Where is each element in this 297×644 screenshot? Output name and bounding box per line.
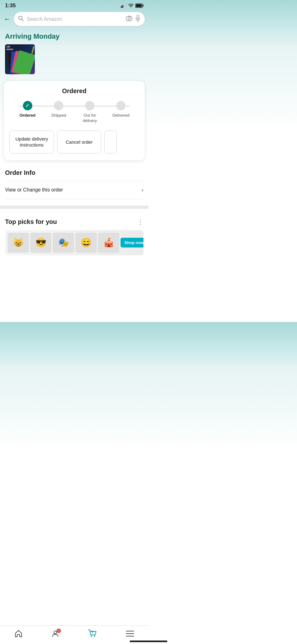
order-info-section: Order Info View or Change this order › [0, 163, 148, 203]
step-label-ordered: Ordered [19, 113, 35, 118]
progress-tracker: ✓ Ordered Shipped Out fordelivery Delive… [9, 101, 139, 124]
picks-strip: 😸 😎 🎭 😄 🎪 Shop now [5, 230, 143, 255]
svg-rect-6 [136, 4, 142, 7]
top-picks-title: Top picks for you [5, 218, 57, 225]
status-time: 1:35 [5, 3, 16, 9]
status-bar: 1:35 [0, 0, 148, 10]
divider-bottom [5, 199, 143, 199]
action-buttons-row: Update deliveryinstructions Cancel order [9, 130, 139, 154]
step-delivered: Delivered [105, 101, 137, 118]
step-out-for-delivery: Out fordelivery [74, 101, 105, 124]
svg-rect-3 [125, 3, 126, 8]
order-card-title: Ordered [9, 87, 139, 95]
svg-rect-1 [122, 5, 123, 8]
svg-rect-5 [143, 5, 144, 7]
checkmark-icon: ✓ [25, 103, 30, 108]
wifi-icon [128, 3, 134, 8]
more-actions-partial [104, 130, 117, 153]
search-right-icons [126, 15, 140, 23]
top-picks-section: Top picks for you ⋮ 😸 😎 🎭 😄 🎪 Shop now [0, 212, 148, 258]
step-dot-shipped [54, 101, 63, 110]
signal-icon [121, 3, 127, 8]
product-image-container[interactable]: 100sheets [5, 44, 143, 74]
product-image: 100sheets [5, 44, 35, 74]
cancel-order-button[interactable]: Cancel order [57, 130, 101, 153]
chevron-right-icon: › [142, 187, 143, 193]
svg-rect-2 [124, 4, 125, 8]
camera-icon[interactable] [126, 15, 132, 23]
arriving-title: Arriving Monday [5, 32, 143, 41]
view-change-order-text: View or Change this order [5, 187, 63, 193]
more-options-icon[interactable]: ⋮ [137, 218, 143, 226]
pick-item-1[interactable]: 😸 [8, 233, 29, 253]
step-label-out: Out fordelivery [83, 113, 97, 124]
pick-item-2[interactable]: 😎 [30, 233, 51, 253]
order-info-title: Order Info [5, 169, 143, 176]
svg-rect-11 [130, 18, 131, 18]
svg-line-8 [22, 19, 23, 21]
section-separator [0, 206, 148, 209]
status-icons [121, 3, 143, 8]
update-delivery-button[interactable]: Update deliveryinstructions [9, 130, 54, 153]
pick-item-4[interactable]: 😄 [75, 233, 97, 253]
order-status-card: Ordered ✓ Ordered Shipped Out fordeliver… [4, 81, 145, 160]
back-button[interactable]: ← [4, 15, 11, 23]
svg-rect-12 [137, 15, 139, 19]
step-ordered: ✓ Ordered [12, 101, 43, 118]
search-bar-container: ← Search Amazon [0, 10, 148, 29]
svg-rect-0 [121, 6, 122, 8]
step-dot-out [85, 101, 94, 110]
pick-item-5[interactable]: 🎪 [98, 233, 119, 253]
step-shipped: Shipped [43, 101, 74, 118]
top-picks-header: Top picks for you ⋮ [5, 218, 143, 226]
step-dot-ordered: ✓ [23, 101, 32, 110]
picks-action-button[interactable]: Shop now [121, 238, 143, 247]
mic-icon[interactable] [135, 15, 140, 23]
search-bar[interactable]: Search Amazon [14, 12, 145, 26]
step-dot-delivered [116, 101, 126, 110]
step-label-delivered: Delivered [112, 113, 130, 118]
view-change-order-row[interactable]: View or Change this order › [5, 181, 143, 199]
battery-icon [135, 3, 143, 8]
search-placeholder: Search Amazon [27, 16, 123, 22]
pick-item-3[interactable]: 🎭 [53, 233, 74, 253]
svg-point-10 [128, 18, 130, 20]
step-label-shipped: Shipped [51, 113, 66, 118]
search-icon [18, 16, 24, 23]
arriving-section: Arriving Monday 100sheets [0, 29, 148, 79]
